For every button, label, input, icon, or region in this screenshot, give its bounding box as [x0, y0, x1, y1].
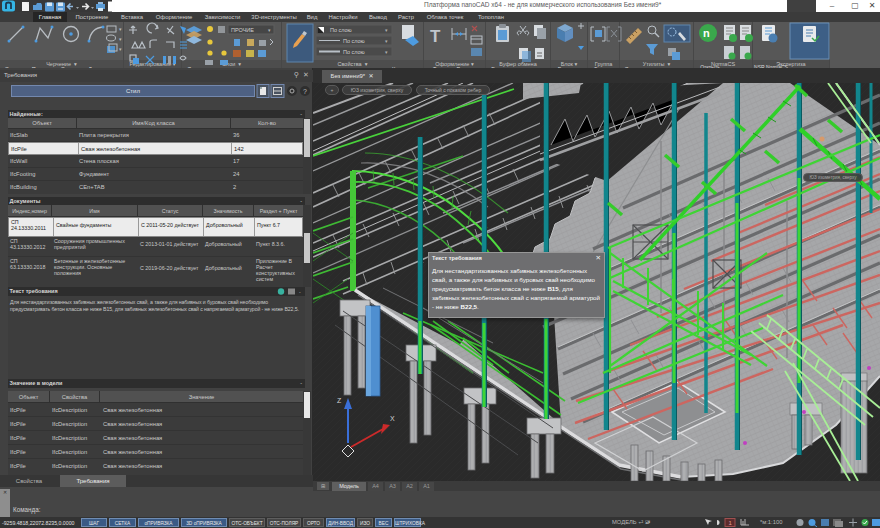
- svg-text:?: ?: [303, 88, 307, 95]
- svg-text:ПРОЧИЕ: ПРОЧИЕ: [231, 27, 254, 33]
- svg-text:Z: Z: [337, 397, 342, 404]
- svg-text:По слою: По слою: [343, 49, 365, 55]
- svg-text:T: T: [430, 27, 441, 46]
- svg-text:X: X: [390, 415, 395, 422]
- svg-text:По слою: По слою: [330, 27, 352, 33]
- svg-text:n: n: [703, 27, 710, 39]
- svg-text:-: -: [299, 289, 301, 295]
- svg-text:▾: ▾: [119, 36, 122, 42]
- svg-text:▾: ▾: [119, 26, 122, 32]
- svg-text:По слою: По слою: [343, 38, 365, 44]
- svg-text:▾: ▾: [119, 46, 122, 52]
